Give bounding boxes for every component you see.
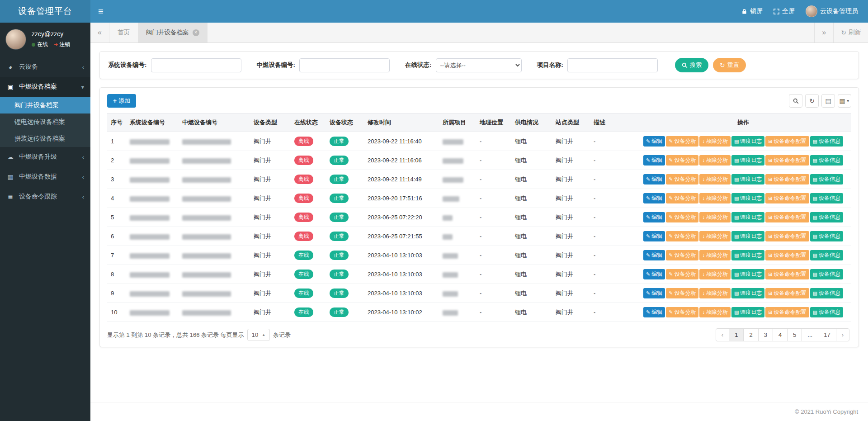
sidebar-item[interactable]: ◕云设备‹ [0,57,90,77]
edit-button[interactable]: ✎编辑 [643,212,665,222]
device-info-button[interactable]: ▤设备信息 [810,269,843,279]
device-analysis-button[interactable]: ✎设备分析 [666,307,698,317]
fault-analysis-button[interactable]: ↓故障分析 [699,307,731,317]
edit-button[interactable]: ✎编辑 [643,174,665,184]
sidebar-item[interactable]: ☁中燃设备升级‹ [0,147,90,167]
dispatch-log-button[interactable]: ▤调度日志 [731,307,764,317]
device-info-button[interactable]: ▤设备信息 [810,212,843,222]
online-status-select[interactable]: --请选择-- [436,58,522,72]
page-size-select[interactable]: 10 ▲ [247,329,270,341]
dispatch-log-button[interactable]: ▤调度日志 [731,212,764,222]
device-analysis-button[interactable]: ✎设备分析 [666,155,698,166]
edit-button[interactable]: ✎编辑 [643,269,665,279]
device-info-button[interactable]: ▤设备信息 [810,193,843,203]
zr-device-no-input[interactable] [299,58,390,72]
sidebar-item[interactable]: ▦中燃设备数据‹ [0,167,90,187]
tab[interactable]: 阀门井设备档案× [138,23,208,43]
dispatch-log-button[interactable]: ▤调度日志 [731,136,764,147]
device-analysis-button[interactable]: ✎设备分析 [666,193,698,203]
device-analysis-button[interactable]: ✎设备分析 [666,250,698,260]
sidebar-subitem[interactable]: 拼装远传设备档案 [0,130,90,147]
sidebar-item[interactable]: ▣中燃设备档案▾ [0,77,90,97]
device-analysis-button[interactable]: ✎设备分析 [666,269,698,279]
edit-button[interactable]: ✎编辑 [643,231,665,241]
dispatch-log-button[interactable]: ▤调度日志 [731,193,764,203]
page-button[interactable]: 2 [743,328,758,341]
lock-screen-button[interactable]: 锁屏 [736,0,768,23]
page-button[interactable]: 5 [787,328,802,341]
tab-close-icon[interactable]: × [193,29,199,36]
fault-analysis-button[interactable]: ↓故障分析 [699,250,731,260]
table-toggle-view-button[interactable]: ▤ [821,94,835,108]
device-info-button[interactable]: ▤设备信息 [810,250,843,260]
device-command-config-button[interactable]: ⊞设备命令配置 [765,269,809,279]
edit-button[interactable]: ✎编辑 [643,193,665,203]
device-info-button[interactable]: ▤设备信息 [810,174,843,184]
edit-button[interactable]: ✎编辑 [643,307,665,317]
dispatch-log-button[interactable]: ▤调度日志 [731,174,764,184]
device-command-config-button[interactable]: ⊞设备命令配置 [765,193,809,203]
table-refresh-button[interactable]: ↻ [805,94,819,108]
fault-analysis-button[interactable]: ↓故障分析 [699,212,731,222]
sidebar-subitem[interactable]: 锂电远传设备档案 [0,114,90,130]
device-command-config-button[interactable]: ⊞设备命令配置 [765,250,809,260]
fault-analysis-button[interactable]: ↓故障分析 [699,288,731,298]
fault-analysis-button[interactable]: ↓故障分析 [699,269,731,279]
page-button[interactable]: 3 [758,328,773,341]
add-button[interactable]: + 添加 [107,94,136,108]
device-info-button[interactable]: ▤设备信息 [810,136,843,147]
page-ellipsis[interactable]: ... [802,328,818,341]
device-analysis-button[interactable]: ✎设备分析 [666,231,698,241]
fault-analysis-button[interactable]: ↓故障分析 [699,174,731,184]
device-command-config-button[interactable]: ⊞设备命令配置 [765,307,809,317]
dispatch-log-button[interactable]: ▤调度日志 [731,250,764,260]
dispatch-log-button[interactable]: ▤调度日志 [731,155,764,166]
page-button[interactable]: 1 [729,328,744,341]
sidebar-subitem[interactable]: 阀门井设备档案 [0,97,90,114]
device-info-button[interactable]: ▤设备信息 [810,155,843,166]
dispatch-log-button[interactable]: ▤调度日志 [731,269,764,279]
edit-button[interactable]: ✎编辑 [643,136,665,147]
device-command-config-button[interactable]: ⊞设备命令配置 [765,155,809,166]
table-columns-button[interactable]: ▦▼ [838,94,851,108]
dispatch-log-button[interactable]: ▤调度日志 [731,231,764,241]
fullscreen-button[interactable]: 全屏 [768,0,800,23]
device-info-button[interactable]: ▤设备信息 [810,231,843,241]
dispatch-log-button[interactable]: ▤调度日志 [731,288,764,298]
device-command-config-button[interactable]: ⊞设备命令配置 [765,212,809,222]
system-device-no-input[interactable] [151,58,241,72]
device-analysis-button[interactable]: ✎设备分析 [666,136,698,147]
reset-button[interactable]: ↻ 重置 [713,58,746,72]
project-name-input[interactable] [567,58,658,72]
device-command-config-button[interactable]: ⊞设备命令配置 [765,288,809,298]
fault-analysis-button[interactable]: ↓故障分析 [699,231,731,241]
tabs-scroll-right-button[interactable]: » [814,23,833,43]
page-button[interactable]: 4 [773,328,788,341]
device-info-button[interactable]: ▤设备信息 [810,288,843,298]
tabs-scroll-left-button[interactable]: « [90,23,109,43]
table-search-toggle-button[interactable] [789,94,802,108]
sidebar-item[interactable]: ≣设备命令跟踪‹ [0,187,90,207]
device-info-button[interactable]: ▤设备信息 [810,307,843,317]
edit-button[interactable]: ✎编辑 [643,155,665,166]
edit-button[interactable]: ✎编辑 [643,250,665,260]
device-analysis-button[interactable]: ✎设备分析 [666,288,698,298]
fault-analysis-button[interactable]: ↓故障分析 [699,155,731,166]
fault-analysis-button[interactable]: ↓故障分析 [699,136,731,147]
sidebar-toggle-button[interactable]: ≡ [90,0,111,23]
device-command-config-button[interactable]: ⊞设备命令配置 [765,231,809,241]
device-command-config-button[interactable]: ⊞设备命令配置 [765,174,809,184]
device-analysis-button[interactable]: ✎设备分析 [666,212,698,222]
page-next-button[interactable]: › [836,328,849,341]
page-button[interactable]: 17 [818,328,836,341]
user-menu[interactable]: 云设备管理员 [800,0,863,23]
fault-analysis-button[interactable]: ↓故障分析 [699,193,731,203]
tab[interactable]: 首页 [109,23,138,43]
search-button[interactable]: 搜索 [675,58,708,72]
logout-link[interactable]: ➜ 注销 [54,41,70,48]
edit-button[interactable]: ✎编辑 [643,288,665,298]
device-analysis-button[interactable]: ✎设备分析 [666,174,698,184]
page-prev-button[interactable]: ‹ [716,328,729,341]
refresh-tab-button[interactable]: ↻ 刷新 [833,23,868,43]
device-command-config-button[interactable]: ⊞设备命令配置 [765,136,809,147]
